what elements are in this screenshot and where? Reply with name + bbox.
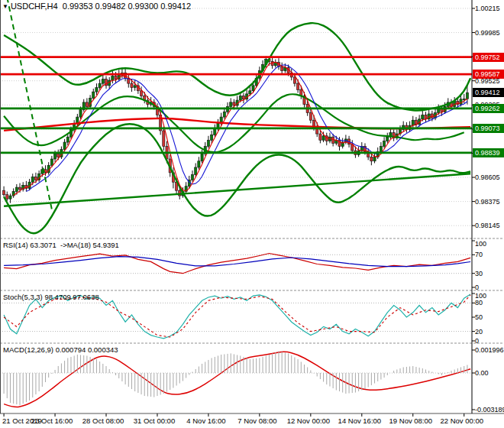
main-gridlines bbox=[0, 8, 472, 225]
time-axis-label: 4 Nov 16:00 bbox=[186, 417, 225, 425]
time-axis-label: 31 Oct 00:00 bbox=[134, 417, 175, 425]
rsi-axis-label: 100 bbox=[475, 240, 486, 248]
price-axis-label: 0.98145 bbox=[475, 222, 500, 229]
macd-histogram bbox=[4, 351, 467, 405]
rsi-panel bbox=[0, 254, 472, 274]
time-axis-label: 12 Nov 00:00 bbox=[287, 417, 331, 425]
rsi-axis-label: 0 bbox=[475, 284, 479, 291]
stochastic-panel-label: Stoch(5,3,3) 98.4709 97.0638 bbox=[3, 293, 99, 301]
price-axis-label: 0.99985 bbox=[475, 29, 500, 37]
price-axis-label: 1.00215 bbox=[475, 5, 500, 12]
ohlc-readout: 0.99353 0.99482 0.99300 0.99412 bbox=[63, 2, 191, 11]
support-price-badge: 0.99262 bbox=[473, 104, 504, 113]
time-axis-label: 14 Nov 16:00 bbox=[338, 417, 382, 425]
panel-separators-and-axes bbox=[0, 0, 504, 417]
ascending-trendline bbox=[4, 173, 470, 206]
chart-marker-icon: ▼ bbox=[2, 3, 8, 10]
time-axis-label: 28 Oct 08:00 bbox=[82, 417, 124, 425]
stochastic-axis-label: 0 bbox=[475, 337, 479, 345]
stochastic-axis-label: 20 bbox=[475, 328, 483, 336]
stochastic-d-line bbox=[4, 295, 470, 337]
rsi-panel-label: RSI(14) 63.3071 ->MA(18) 54.9391 bbox=[3, 241, 119, 249]
support-price-badge: 0.99073 bbox=[473, 124, 504, 133]
stochastic-axis-label: 80 bbox=[475, 299, 483, 306]
macd-axis-label: -0.003189 bbox=[475, 406, 504, 413]
stochastic-axis-label: 50 bbox=[475, 313, 483, 321]
symbol-timeframe: USDCHF,H4 bbox=[11, 2, 58, 11]
resistance-price-badge: 0.99587 bbox=[473, 70, 504, 79]
chart-title: ▼USDCHF,H4 0.99353 0.99482 0.99300 0.994… bbox=[2, 2, 191, 11]
time-axis-label: 22 Nov 00:00 bbox=[441, 417, 484, 425]
price-axis-label: 0.98605 bbox=[475, 173, 500, 181]
rsi-axis-label: 70 bbox=[475, 251, 483, 258]
price-axis-label: 0.98375 bbox=[475, 198, 500, 206]
current-price-badge: 0.99412 bbox=[473, 88, 504, 97]
chart-canvas[interactable] bbox=[0, 0, 504, 428]
rsi-axis-label: 30 bbox=[475, 270, 483, 277]
macd-axis-label: 0.00 bbox=[475, 369, 489, 377]
macd-panel-label: MACD(12,26,9) 0.000794 0.000343 bbox=[3, 345, 118, 354]
resistance-price-badge: 0.99752 bbox=[473, 53, 504, 62]
macd-axis-label: 0.001996 bbox=[475, 346, 504, 354]
trading-chart-window: ▼USDCHF,H4 0.99353 0.99482 0.99300 0.994… bbox=[0, 0, 504, 428]
rsi-ma-line bbox=[4, 257, 470, 267]
support-price-badge: 0.98839 bbox=[473, 148, 504, 157]
time-axis-label: 7 Nov 08:00 bbox=[237, 417, 276, 425]
time-axis-label: 19 Nov 08:00 bbox=[389, 417, 433, 425]
time-axis-label: 23 Oct 16:00 bbox=[31, 417, 73, 425]
